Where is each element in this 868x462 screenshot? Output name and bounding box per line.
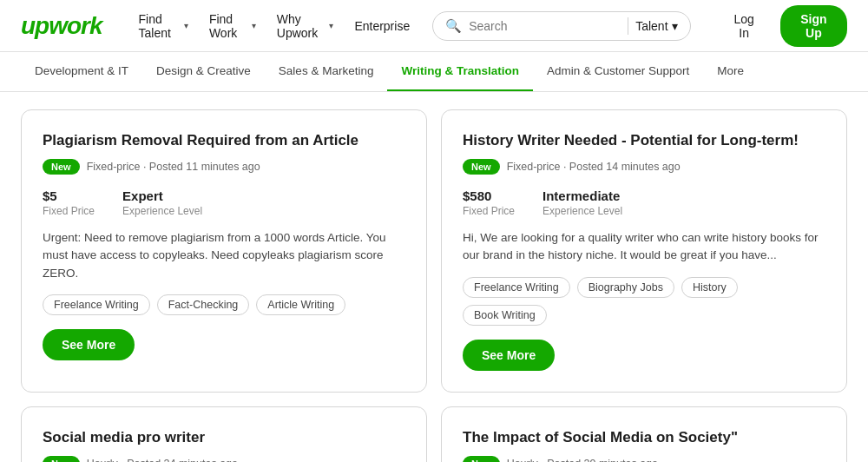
subnav-writing-translation[interactable]: Writing & Translation (387, 52, 533, 91)
badge-new: New (43, 456, 80, 462)
card-1-see-more-button[interactable]: See More (43, 329, 135, 360)
card-1-meta: New Fixed-price · Posted 11 minutes ago (43, 159, 405, 175)
card-4-meta-text: Hourly · Posted 29 minutes ago (507, 458, 658, 462)
card-3-title: Social media pro writer (43, 428, 405, 447)
search-bar[interactable]: 🔍 Talent ▾ (432, 11, 690, 41)
tag-freelance-writing[interactable]: Freelance Writing (43, 294, 150, 315)
card-2-price: $580 Fixed Price (463, 188, 515, 217)
tag-book-writing[interactable]: Book Writing (463, 305, 547, 326)
search-input[interactable] (469, 19, 621, 33)
card-2-exp-label: Experience Level (542, 205, 622, 217)
nav-enterprise[interactable]: Enterprise (345, 12, 418, 40)
badge-new: New (463, 159, 500, 175)
card-1-tags: Freelance Writing Fact-Checking Article … (43, 294, 405, 315)
card-2-title: History Writer Needed - Potential for Lo… (463, 131, 825, 150)
card-1-exp-value: Expert (122, 188, 202, 203)
card-2-tags: Freelance Writing Biography Jobs History… (463, 277, 825, 326)
search-divider (628, 17, 628, 35)
card-1-meta-text: Fixed-price · Posted 11 minutes ago (87, 161, 260, 173)
chevron-down-icon: ▾ (672, 19, 678, 33)
card-3-meta-text: Hourly · Posted 24 minutes ago (87, 458, 238, 462)
nav-find-work[interactable]: Find Work ▾ (201, 5, 265, 47)
card-2-price-value: $580 (463, 188, 515, 203)
job-card-4: The Impact of Social Media on Society" N… (441, 406, 847, 462)
badge-new: New (463, 456, 500, 462)
nav-why-upwork[interactable]: Why Upwork ▾ (268, 5, 343, 47)
card-2-description: Hi, We are looking for a quality writer … (463, 229, 825, 265)
talent-dropdown[interactable]: Talent ▾ (635, 19, 677, 33)
card-2-exp: Intermediate Experience Level (542, 188, 622, 217)
chevron-down-icon: ▾ (329, 21, 333, 30)
card-4-title: The Impact of Social Media on Society" (463, 428, 825, 447)
card-2-meta-text: Fixed-price · Posted 14 minutes ago (507, 161, 681, 173)
job-card-1: Plagiarism Removal Required from an Arti… (21, 109, 427, 393)
main-content: Plagiarism Removal Required from an Arti… (0, 92, 868, 462)
upwork-logo[interactable]: upwork (21, 12, 102, 40)
card-1-exp-label: Experience Level (122, 205, 202, 217)
tag-biography-jobs[interactable]: Biography Jobs (577, 277, 674, 298)
card-1-price-label: Fixed Price (43, 205, 95, 217)
subnav-admin-support[interactable]: Admin & Customer Support (533, 52, 703, 91)
card-1-title: Plagiarism Removal Required from an Arti… (43, 131, 405, 150)
login-button[interactable]: Log In (719, 5, 770, 47)
card-4-meta: New Hourly · Posted 29 minutes ago (463, 456, 825, 462)
chevron-down-icon: ▾ (252, 21, 256, 30)
header-actions: Log In Sign Up (719, 5, 847, 47)
card-3-meta: New Hourly · Posted 24 minutes ago (43, 456, 405, 462)
main-nav: Find Talent ▾ Find Work ▾ Why Upwork ▾ E… (130, 5, 419, 47)
tag-article-writing[interactable]: Article Writing (256, 294, 345, 315)
card-1-exp: Expert Experience Level (122, 188, 202, 217)
job-card-2: History Writer Needed - Potential for Lo… (441, 109, 847, 393)
subnav-sales-marketing[interactable]: Sales & Marketing (265, 52, 388, 91)
card-1-price-row: $5 Fixed Price Expert Experience Level (43, 188, 405, 217)
job-card-3: Social media pro writer New Hourly · Pos… (21, 406, 427, 462)
subnav-dev-it[interactable]: Development & IT (21, 52, 142, 91)
sub-nav: Development & IT Design & Creative Sales… (0, 52, 868, 92)
search-icon: 🔍 (445, 18, 462, 34)
signup-button[interactable]: Sign Up (780, 5, 847, 47)
card-2-exp-value: Intermediate (542, 188, 622, 203)
card-2-see-more-button[interactable]: See More (463, 340, 555, 371)
chevron-down-icon: ▾ (184, 21, 188, 30)
tag-fact-checking[interactable]: Fact-Checking (157, 294, 250, 315)
badge-new: New (43, 159, 80, 175)
tag-history[interactable]: History (681, 277, 738, 298)
card-2-price-label: Fixed Price (463, 205, 515, 217)
card-1-price-value: $5 (43, 188, 95, 203)
card-2-price-row: $580 Fixed Price Intermediate Experience… (463, 188, 825, 217)
subnav-more[interactable]: More (703, 52, 758, 91)
tag-freelance-writing-2[interactable]: Freelance Writing (463, 277, 570, 298)
header: upwork Find Talent ▾ Find Work ▾ Why Upw… (0, 0, 868, 52)
card-1-description: Urgent: Need to remove plagiarism from a… (43, 229, 405, 282)
nav-find-talent[interactable]: Find Talent ▾ (130, 5, 197, 47)
card-2-meta: New Fixed-price · Posted 14 minutes ago (463, 159, 825, 175)
card-1-price: $5 Fixed Price (43, 188, 95, 217)
subnav-design-creative[interactable]: Design & Creative (142, 52, 265, 91)
